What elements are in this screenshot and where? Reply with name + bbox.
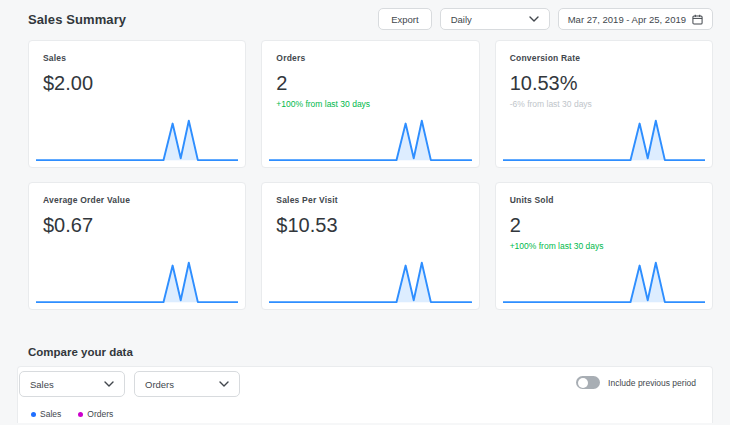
metric-delta: +100% from last 30 days <box>510 241 698 251</box>
compare-metric-a-dropdown[interactable]: Sales <box>19 371 125 397</box>
metric-card: Conversion Rate 10.53% -6% from last 30 … <box>495 40 713 168</box>
sparkline-chart <box>269 116 471 164</box>
legend-label: Sales <box>40 409 61 419</box>
page-title: Sales Summary <box>28 12 126 27</box>
metric-card: Orders 2 +100% from last 30 days <box>261 40 479 168</box>
compare-heading: Compare your data <box>28 346 730 358</box>
metric-card: Average Order Value $0.67 <box>28 182 246 310</box>
header-controls: Export Daily Mar 27, 2019 - Apr 25, 2019 <box>378 8 713 30</box>
metric-value: $10.53 <box>276 214 464 237</box>
toggle-label: Include previous period <box>608 378 696 388</box>
metric-label: Average Order Value <box>43 195 231 205</box>
metric-label: Conversion Rate <box>510 53 698 63</box>
sparkline-chart <box>503 258 705 306</box>
metric-card: Sales Per Visit $10.53 <box>261 182 479 310</box>
include-previous-period-toggle[interactable] <box>576 376 600 389</box>
metrics-grid: Sales $2.00 Orders 2 +100% from last 30 … <box>28 40 713 310</box>
compare-panel: Sales Orders Include previous period Sal… <box>17 366 713 423</box>
legend-item-orders: Orders <box>78 409 113 419</box>
previous-period-toggle-wrap: Include previous period <box>576 376 698 389</box>
chevron-down-icon <box>219 381 229 387</box>
metric-card: Units Sold 2 +100% from last 30 days <box>495 182 713 310</box>
chevron-down-icon <box>529 16 539 22</box>
date-range-value: Mar 27, 2019 - Apr 25, 2019 <box>568 14 686 25</box>
metric-value: 2 <box>510 214 698 237</box>
sparkline-chart <box>269 258 471 306</box>
legend-label: Orders <box>87 409 113 419</box>
page-header: Sales Summary Export Daily Mar 27, 2019 … <box>0 0 730 36</box>
chevron-down-icon <box>104 381 114 387</box>
metric-delta: +100% from last 30 days <box>276 99 464 109</box>
metric-label: Sales Per Visit <box>276 195 464 205</box>
period-dropdown[interactable]: Daily <box>440 8 550 30</box>
metric-value: 2 <box>276 72 464 95</box>
metric-card: Sales $2.00 <box>28 40 246 168</box>
metric-label: Units Sold <box>510 195 698 205</box>
sparkline-chart <box>503 116 705 164</box>
export-button-label: Export <box>391 14 418 25</box>
compare-metric-a-value: Sales <box>30 379 54 390</box>
legend-dot <box>31 412 36 417</box>
legend-item-sales: Sales <box>31 409 61 419</box>
sparkline-chart <box>36 116 238 164</box>
metric-value: $2.00 <box>43 72 231 95</box>
compare-selects: Sales Orders <box>19 371 240 397</box>
metric-label: Orders <box>276 53 464 63</box>
compare-legend: Sales Orders <box>31 409 698 419</box>
sparkline-chart <box>36 258 238 306</box>
metric-value: $0.67 <box>43 214 231 237</box>
legend-dot <box>78 412 83 417</box>
calendar-icon <box>692 14 703 25</box>
period-dropdown-value: Daily <box>451 14 472 25</box>
export-button[interactable]: Export <box>378 8 431 30</box>
toggle-knob <box>578 378 588 388</box>
metric-delta: -6% from last 30 days <box>510 99 698 109</box>
metric-label: Sales <box>43 53 231 63</box>
metric-value: 10.53% <box>510 72 698 95</box>
compare-metric-b-dropdown[interactable]: Orders <box>134 371 240 397</box>
compare-metric-b-value: Orders <box>145 379 174 390</box>
date-range-button[interactable]: Mar 27, 2019 - Apr 25, 2019 <box>558 8 713 30</box>
compare-controls-row: Sales Orders Include previous period <box>19 371 698 397</box>
